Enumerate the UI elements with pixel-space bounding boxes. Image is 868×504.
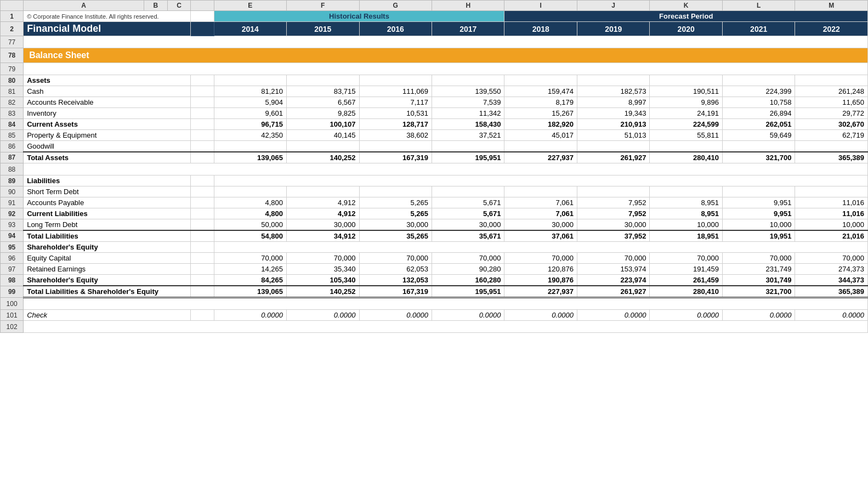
col-b-header: B (144, 1, 167, 11)
col-g-header: G (359, 1, 432, 11)
row-num-1: 1 (1, 11, 24, 22)
row-97: 97 Retained Earnings 14,265 35,340 62,05… (1, 264, 868, 275)
col-m-header: M (795, 1, 868, 11)
cash-2018: 159,474 (504, 86, 577, 97)
col-i-header: I (504, 1, 577, 11)
row-90: 90 Short Term Debt (1, 186, 868, 197)
col-c-header: C (167, 1, 191, 11)
model-title: Financial Model (24, 22, 191, 36)
corner-cell (1, 1, 24, 11)
balance-sheet-label: Balance Sheet (24, 48, 868, 63)
row-79: 79 (1, 63, 868, 75)
row-98: 98 Shareholder's Equity 84,265 105,340 1… (1, 275, 868, 286)
row-92: 92 Current Liabilities 4,800 4,912 5,265… (1, 208, 868, 219)
row-2: 2 Financial Model 2014 2015 2016 2017 20… (1, 22, 868, 36)
col-k-header: K (650, 1, 722, 11)
row-1: 1 © Corporate Finance Institute. All rig… (1, 11, 868, 22)
cash-2022: 261,248 (795, 86, 868, 97)
forecast-label: Forecast Period (504, 11, 868, 22)
cash-label: Cash (24, 86, 191, 97)
row-num-2: 2 (1, 22, 24, 36)
spreadsheet: A B C E F G H I J K L M 1 © Corporate Fi… (0, 0, 868, 333)
year-2021: 2021 (722, 22, 795, 36)
row-num-78: 78 (1, 48, 24, 63)
row-num-77: 77 (1, 36, 24, 48)
row-91: 91 Accounts Payable 4,800 4,912 5,265 5,… (1, 197, 868, 208)
row-84: 84 Current Assets 96,715 100,107 128,717… (1, 119, 868, 130)
col-e-header: E (214, 1, 286, 11)
row-88: 88 (1, 163, 868, 175)
col-l-header: L (722, 1, 795, 11)
col-j-header: J (577, 1, 649, 11)
cash-2020: 190,511 (650, 86, 722, 97)
row-93: 93 Long Term Debt 50,000 30,000 30,000 3… (1, 219, 868, 231)
year-2020: 2020 (650, 22, 722, 36)
row-86: 86 Goodwill (1, 141, 868, 152)
row-85: 85 Property & Equipment 42,350 40,145 38… (1, 130, 868, 141)
ar-label: Accounts Receivable (24, 97, 191, 108)
col-d-header (191, 1, 214, 11)
row-102: 102 (1, 321, 868, 333)
col-a-header: A (24, 1, 144, 11)
col-f-header: F (287, 1, 359, 11)
year-2018: 2018 (504, 22, 577, 36)
row-94: 94 Total Liabilities 54,800 34,912 35,26… (1, 230, 868, 242)
row-100: 100 (1, 298, 868, 310)
spacer-row1 (191, 11, 214, 22)
year-2014: 2014 (214, 22, 286, 36)
row-83: 83 Inventory 9,601 9,825 10,531 11,342 1… (1, 108, 868, 119)
row-78: 78 Balance Sheet (1, 48, 868, 63)
cash-2015: 83,715 (287, 86, 359, 97)
row-99: 99 Total Liabilities & Shareholder's Equ… (1, 286, 868, 298)
shareholders-equity-label: Shareholder's Equity (24, 275, 191, 286)
cash-2016: 111,069 (359, 86, 432, 97)
year-2015: 2015 (287, 22, 359, 36)
row-81: 81 Cash 81,210 83,715 111,069 139,550 15… (1, 86, 868, 97)
col-h-header: H (432, 1, 504, 11)
historical-label: Historical Results (214, 11, 504, 22)
row-77: 77 (1, 36, 868, 48)
year-2022: 2022 (795, 22, 868, 36)
year-2017: 2017 (432, 22, 504, 36)
row-87: 87 Total Assets 139,065 140,252 167,319 … (1, 152, 868, 163)
cash-2021: 224,399 (722, 86, 795, 97)
row-82: 82 Accounts Receivable 5,904 6,567 7,117… (1, 97, 868, 108)
row-96: 96 Equity Capital 70,000 70,000 70,000 7… (1, 253, 868, 264)
row-89: 89 Liabilities (1, 175, 868, 186)
col-header-row: A B C E F G H I J K L M (1, 1, 868, 11)
spacer-row2 (191, 22, 214, 36)
row-101: 101 Check 0.0000 0.0000 0.0000 0.0000 0.… (1, 310, 868, 321)
retained-earnings-label: Retained Earnings (24, 264, 191, 275)
year-2019: 2019 (577, 22, 649, 36)
row-95: 95 Shareholder's Equity (1, 242, 868, 253)
copyright-cell: © Corporate Finance Institute. All right… (24, 11, 191, 22)
cash-2014: 81,210 (214, 86, 286, 97)
row-80: 80 Assets (1, 75, 868, 86)
year-2016: 2016 (359, 22, 432, 36)
cash-2017: 139,550 (432, 86, 504, 97)
cash-2019: 182,573 (577, 86, 649, 97)
assets-label: Assets (24, 75, 191, 86)
